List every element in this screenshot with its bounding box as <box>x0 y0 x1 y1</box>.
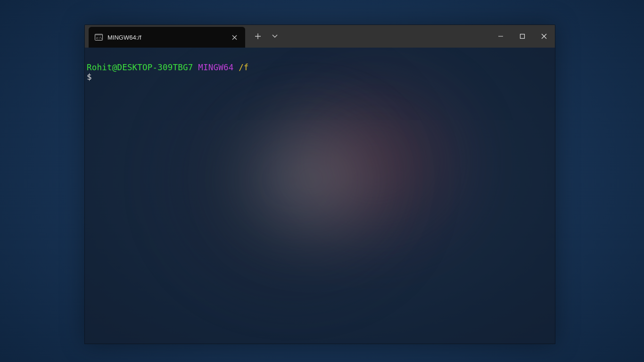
new-tab-button[interactable] <box>251 29 265 43</box>
prompt-path: /f <box>239 63 248 72</box>
tab-dropdown-button[interactable] <box>268 29 282 43</box>
close-window-button[interactable] <box>533 25 555 48</box>
prompt-user-host: Rohit@DESKTOP-309TBG7 <box>87 63 193 72</box>
terminal-body[interactable]: Rohit@DESKTOP-309TBG7 MINGW64 /f $ <box>85 48 555 83</box>
tab-active[interactable]: c:\ MINGW64:/f <box>89 27 245 48</box>
prompt-shell-tag: MINGW64 <box>198 63 233 72</box>
window-controls <box>490 25 555 48</box>
prompt-symbol: $ <box>87 72 92 82</box>
maximize-button[interactable] <box>512 25 533 48</box>
close-tab-button[interactable] <box>227 30 241 44</box>
terminal-window: c:\ MINGW64:/f <box>84 25 555 344</box>
terminal-icon: c:\ <box>94 33 103 41</box>
tab-title: MINGW64:/f <box>107 34 227 41</box>
titlebar: c:\ MINGW64:/f <box>85 25 555 48</box>
svg-rect-1 <box>95 34 102 36</box>
svg-rect-8 <box>520 34 525 39</box>
svg-text:c:\: c:\ <box>96 36 102 40</box>
minimize-button[interactable] <box>490 25 512 48</box>
